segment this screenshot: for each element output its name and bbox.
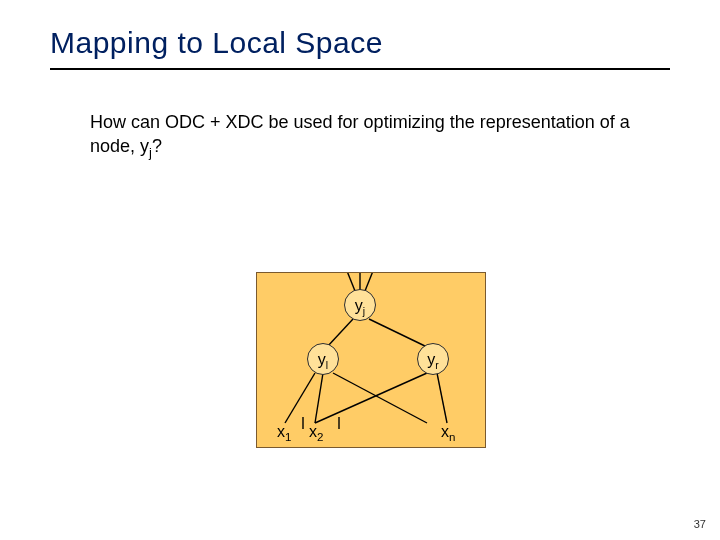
svg-line-4	[369, 319, 427, 347]
leaf-xn: xn	[441, 423, 455, 443]
node-yr-sub: r	[435, 360, 438, 371]
leaf-x2-main: x	[309, 423, 317, 440]
svg-line-0	[347, 273, 355, 291]
svg-line-9	[437, 373, 447, 423]
slide-question: How can ODC + XDC be used for optimizing…	[90, 110, 650, 161]
title-underline	[50, 68, 670, 70]
leaf-x1: x1	[277, 423, 291, 443]
leaf-x2-sub: 2	[317, 431, 323, 443]
leaf-x2: x2	[309, 423, 323, 443]
leaf-x1-sub: 1	[285, 431, 291, 443]
svg-line-7	[333, 373, 427, 423]
question-part-a: How can ODC + XDC be used for optimizing…	[90, 112, 630, 156]
node-yj-main: y	[355, 297, 363, 314]
node-yl: yl	[307, 343, 339, 375]
svg-line-8	[315, 373, 427, 423]
diagram-canvas: yj yl yr x1 x2 xn	[256, 272, 486, 448]
svg-line-6	[315, 373, 323, 423]
leaf-xn-main: x	[441, 423, 449, 440]
node-yl-main: y	[318, 351, 326, 368]
leaf-xn-sub: n	[449, 431, 455, 443]
node-yr: yr	[417, 343, 449, 375]
svg-line-2	[365, 273, 373, 291]
node-yj-sub: j	[363, 306, 365, 317]
leaf-x1-main: x	[277, 423, 285, 440]
node-yl-sub: l	[326, 360, 328, 371]
svg-line-3	[327, 319, 353, 347]
slide-title: Mapping to Local Space	[50, 26, 383, 60]
svg-line-5	[285, 373, 315, 423]
node-yj: yj	[344, 289, 376, 321]
question-part-b: ?	[152, 136, 162, 156]
slide-number: 37	[694, 518, 706, 530]
